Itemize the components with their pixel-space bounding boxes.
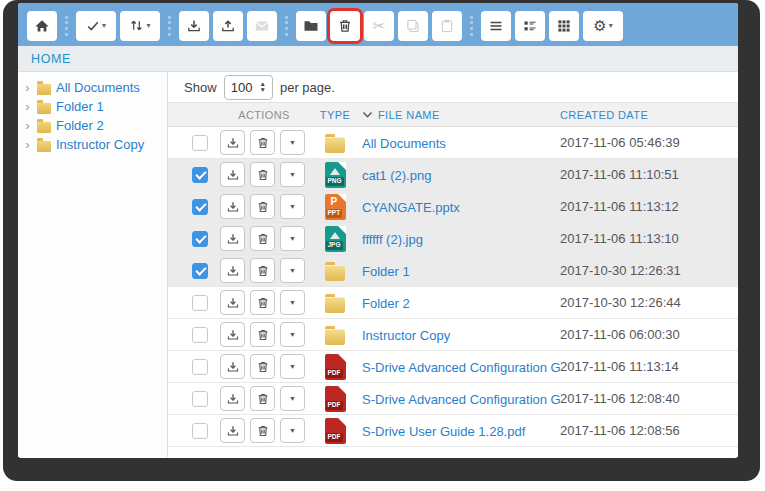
col-header-created-date[interactable]: CREATED DATE <box>560 109 738 121</box>
file-name-link[interactable]: S-Drive Advanced Configuration Gui... <box>362 392 560 407</box>
page-size-stepper[interactable]: 100 ▲ ▼ <box>224 75 273 100</box>
row-checkbox[interactable] <box>192 135 208 151</box>
col-header-file-name[interactable]: FILE NAME <box>362 109 560 121</box>
detail-view-button[interactable] <box>515 11 545 41</box>
expand-chevron-icon[interactable]: › <box>23 119 32 132</box>
file-name-link[interactable]: cat1 (2).png <box>362 168 431 183</box>
row-download-button[interactable] <box>220 290 245 315</box>
row-download-button[interactable] <box>220 258 245 283</box>
home-button[interactable] <box>27 11 57 41</box>
sort-button[interactable]: ▾ <box>120 11 160 41</box>
file-name-link[interactable]: Folder 1 <box>362 264 410 279</box>
row-checkbox[interactable] <box>192 231 208 247</box>
col-header-type[interactable]: TYPE <box>308 109 362 121</box>
row-download-button[interactable] <box>220 226 245 251</box>
grid-view-button[interactable] <box>549 11 579 41</box>
tree-item-folder-1[interactable]: › Folder 1 <box>18 97 167 116</box>
select-all-button[interactable]: ▾ <box>76 11 116 41</box>
tree-item-folder-2[interactable]: › Folder 2 <box>18 116 167 135</box>
tree-item-instructor-copy[interactable]: › Instructor Copy <box>18 135 167 154</box>
tree-item-all-documents[interactable]: › All Documents <box>18 78 167 97</box>
row-checkbox[interactable] <box>192 199 208 215</box>
row-checkbox[interactable] <box>192 423 208 439</box>
row-download-button[interactable] <box>220 130 245 155</box>
table-row: ▼ Folder 2 2017-10-30 12:26:44 <box>168 287 738 319</box>
paste-button <box>432 11 462 41</box>
new-folder-button[interactable] <box>296 11 326 41</box>
download-icon <box>226 424 240 438</box>
row-more-button[interactable]: ▼ <box>280 258 305 283</box>
row-delete-button[interactable] <box>250 386 275 411</box>
row-delete-button[interactable] <box>250 354 275 379</box>
row-download-button[interactable] <box>220 354 245 379</box>
copy-button <box>398 11 428 41</box>
row-download-button[interactable] <box>220 162 245 187</box>
row-delete-button[interactable] <box>250 258 275 283</box>
file-type-icon: PDF <box>325 354 346 380</box>
row-checkbox[interactable] <box>192 359 208 375</box>
row-more-button[interactable]: ▼ <box>280 226 305 251</box>
email-icon <box>254 18 270 34</box>
expand-chevron-icon[interactable]: › <box>23 138 32 151</box>
file-type-icon <box>325 290 346 316</box>
upload-button[interactable] <box>213 11 243 41</box>
file-name-link[interactable]: Instructor Copy <box>362 328 450 343</box>
table-row: ▼ PDF S-Drive Advanced Configuration Gui… <box>168 383 738 415</box>
file-name-link[interactable]: CYANGATE.pptx <box>362 200 460 215</box>
file-name-link[interactable]: All Documents <box>362 136 446 151</box>
download-icon <box>226 168 240 182</box>
file-name-link[interactable]: ffffff (2).jpg <box>362 232 423 247</box>
row-more-button[interactable]: ▼ <box>280 354 305 379</box>
expand-chevron-icon[interactable]: › <box>23 81 32 94</box>
row-more-button[interactable]: ▼ <box>280 130 305 155</box>
row-download-button[interactable] <box>220 322 245 347</box>
file-type-icon <box>325 322 346 348</box>
row-checkbox[interactable] <box>192 391 208 407</box>
settings-button[interactable]: ⚙ ▾ <box>583 11 623 41</box>
file-ext-label: JPG <box>326 241 343 250</box>
row-more-button[interactable]: ▼ <box>280 162 305 187</box>
table-body: ▼ All Documents 2017-11-06 05:46:39 ▼ <box>168 127 738 447</box>
row-more-button[interactable]: ▼ <box>280 386 305 411</box>
home-icon <box>34 18 50 34</box>
row-more-button[interactable]: ▼ <box>280 290 305 315</box>
breadcrumb-home[interactable]: HOME <box>31 52 71 66</box>
cut-button: ✂ <box>364 11 394 41</box>
row-delete-button[interactable] <box>250 290 275 315</box>
row-more-button[interactable]: ▼ <box>280 322 305 347</box>
row-download-button[interactable] <box>220 418 245 443</box>
file-name-link[interactable]: Folder 2 <box>362 296 410 311</box>
row-delete-button[interactable] <box>250 226 275 251</box>
row-delete-button[interactable] <box>250 194 275 219</box>
trash-icon <box>256 392 270 406</box>
row-delete-button[interactable] <box>250 322 275 347</box>
download-button[interactable] <box>179 11 209 41</box>
row-download-button[interactable] <box>220 386 245 411</box>
row-checkbox[interactable] <box>192 327 208 343</box>
expand-chevron-icon[interactable]: › <box>23 100 32 113</box>
file-name-link[interactable]: S-Drive User Guide 1.28.pdf <box>362 424 525 439</box>
folder-icon <box>37 122 51 133</box>
row-delete-button[interactable] <box>250 162 275 187</box>
list-view-button[interactable] <box>481 11 511 41</box>
toolbar: ▾ ▾ <box>18 3 738 46</box>
row-more-button[interactable]: ▼ <box>280 194 305 219</box>
caret-down-icon: ▼ <box>289 171 296 178</box>
row-more-button[interactable]: ▼ <box>280 418 305 443</box>
table-row: ▼ All Documents 2017-11-06 05:46:39 <box>168 127 738 159</box>
delete-button[interactable] <box>330 11 360 41</box>
file-name-link[interactable]: S-Drive Advanced Configuration Gui... <box>362 360 560 375</box>
row-delete-button[interactable] <box>250 130 275 155</box>
trash-icon <box>256 328 270 342</box>
row-checkbox[interactable] <box>192 295 208 311</box>
row-delete-button[interactable] <box>250 418 275 443</box>
row-checkbox[interactable] <box>192 263 208 279</box>
trash-icon <box>256 360 270 374</box>
stepper-down-icon[interactable]: ▼ <box>260 87 266 94</box>
file-ext-label: PNG <box>326 177 344 186</box>
row-checkbox[interactable] <box>192 167 208 183</box>
table-row: ▼ PDF S-Drive Advanced Configuration Gui… <box>168 351 738 383</box>
row-download-button[interactable] <box>220 194 245 219</box>
page-size-value[interactable]: 100 <box>231 80 253 95</box>
breadcrumb-bar: HOME <box>18 46 738 72</box>
